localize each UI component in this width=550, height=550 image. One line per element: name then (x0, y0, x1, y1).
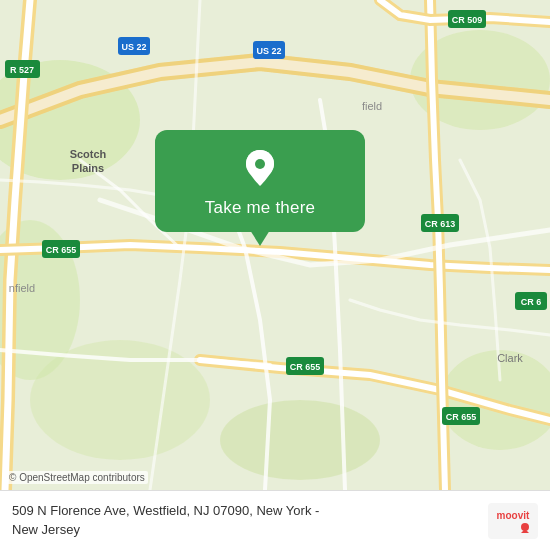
svg-text:CR 655: CR 655 (46, 245, 77, 255)
moovit-logo-icon: moovit (488, 503, 538, 539)
address-text: 509 N Florence Ave, Westfield, NJ 07090,… (12, 502, 478, 538)
map-container: US 22 US 22 CR 509 R 527 CR 655 CR 613 C… (0, 0, 550, 490)
footer-bar: 509 N Florence Ave, Westfield, NJ 07090,… (0, 490, 550, 550)
svg-point-5 (220, 400, 380, 480)
svg-text:US 22: US 22 (121, 42, 146, 52)
map-svg: US 22 US 22 CR 509 R 527 CR 655 CR 613 C… (0, 0, 550, 490)
moovit-logo: moovit (488, 503, 538, 539)
svg-point-31 (255, 159, 265, 169)
take-me-there-button[interactable]: Take me there (205, 198, 315, 218)
svg-text:CR 655: CR 655 (290, 362, 321, 372)
map-popup: Take me there (155, 130, 365, 232)
svg-text:field: field (362, 100, 382, 112)
svg-text:US 22: US 22 (256, 46, 281, 56)
svg-text:CR 655: CR 655 (446, 412, 477, 422)
svg-text:nfield: nfield (9, 282, 35, 294)
svg-text:Plains: Plains (72, 162, 104, 174)
location-pin-icon (238, 146, 282, 190)
svg-text:R 527: R 527 (10, 65, 34, 75)
svg-text:moovit: moovit (497, 510, 530, 521)
svg-text:Clark: Clark (497, 352, 523, 364)
svg-text:CR 6: CR 6 (521, 297, 542, 307)
svg-text:CR 509: CR 509 (452, 15, 483, 25)
osm-copyright: © OpenStreetMap contributors (6, 471, 148, 484)
svg-text:Scotch: Scotch (70, 148, 107, 160)
svg-text:CR 613: CR 613 (425, 219, 456, 229)
svg-rect-32 (488, 503, 538, 539)
